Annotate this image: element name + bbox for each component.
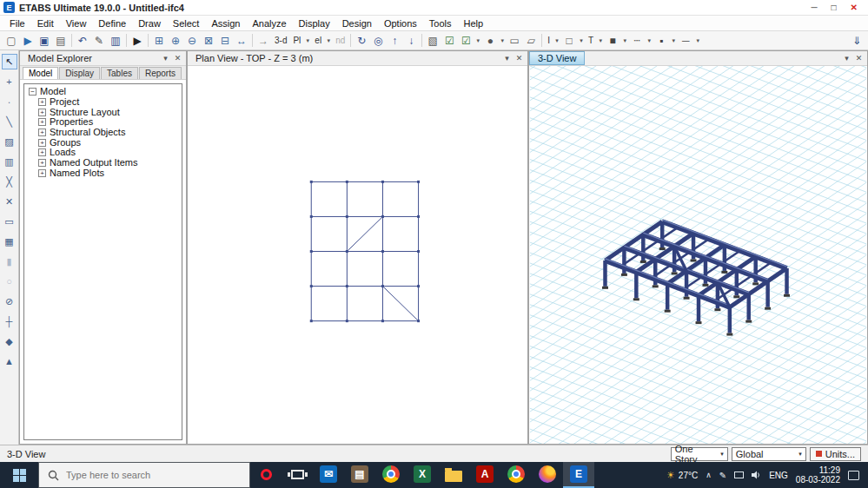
view-3d-canvas[interactable]: [529, 66, 867, 444]
explorer-tab-display[interactable]: Display: [59, 67, 100, 79]
firefox-icon[interactable]: [532, 462, 563, 488]
model-explorer-tab[interactable]: Model Explorer: [20, 52, 100, 64]
plan-view-dropdown-icon[interactable]: ▾: [502, 54, 512, 63]
joint-section-icon[interactable]: □: [561, 33, 577, 49]
line-style-icon-caret[interactable]: ▾: [694, 37, 701, 44]
dashed-line-icon[interactable]: ┄: [629, 33, 645, 49]
zoom-fit-icon[interactable]: ⊠: [201, 33, 216, 49]
tree-item-named-output-items[interactable]: +Named Output Items: [24, 158, 182, 168]
view-named-button[interactable]: nd: [333, 33, 348, 49]
pan-icon[interactable]: ↔: [234, 33, 249, 49]
menu-help[interactable]: Help: [458, 16, 490, 30]
perspective-icon[interactable]: ◎: [370, 33, 386, 49]
plumb-tool-icon[interactable]: ▲: [2, 353, 17, 369]
expand-icon[interactable]: +: [38, 118, 46, 126]
view-3d-tab[interactable]: 3-D View: [529, 51, 585, 65]
pen-edit-icon[interactable]: ✎: [91, 33, 107, 49]
menu-file[interactable]: File: [3, 16, 31, 30]
view-elevation-button-caret[interactable]: ▾: [325, 37, 332, 44]
move-story-up-icon[interactable]: ↑: [387, 33, 402, 49]
draw-dimension-icon[interactable]: ◆: [2, 333, 17, 349]
frame-section-button[interactable]: I: [545, 33, 553, 49]
view-3d-dropdown-icon[interactable]: ▾: [842, 54, 851, 63]
node-arrow-icon[interactable]: →: [255, 33, 271, 49]
chrome-profile-icon[interactable]: [500, 462, 532, 488]
point-style-icon[interactable]: ▪: [653, 33, 669, 49]
draw-floor-icon[interactable]: ▭: [2, 214, 17, 229]
select-pointer-icon[interactable]: ↖: [2, 54, 17, 69]
explorer-tab-model[interactable]: Model: [23, 67, 58, 79]
menu-display[interactable]: Display: [293, 16, 336, 30]
search-input[interactable]: [66, 470, 241, 480]
dashed-line-icon-caret[interactable]: ▾: [646, 37, 653, 44]
volume-icon[interactable]: [752, 471, 761, 479]
menu-edit[interactable]: Edit: [31, 16, 60, 30]
import-icon[interactable]: ⇓: [849, 33, 865, 49]
run-analysis-icon[interactable]: ▶: [129, 33, 145, 49]
plan-view-canvas[interactable]: [188, 66, 527, 444]
undo-icon[interactable]: ↶: [75, 33, 90, 49]
tree-item-loads[interactable]: +Loads: [24, 148, 182, 158]
area-section-icon-caret[interactable]: ▾: [621, 37, 628, 44]
explorer-tab-tables[interactable]: Tables: [101, 67, 138, 79]
tree-item-named-plots[interactable]: +Named Plots: [24, 168, 182, 179]
pen-input-icon[interactable]: ✎: [719, 471, 726, 480]
expand-icon[interactable]: +: [38, 159, 46, 167]
etabs-app-icon[interactable]: E: [563, 462, 594, 488]
rubber-band-select-icon[interactable]: ▭: [507, 33, 522, 49]
show-selection-icon[interactable]: ☑: [458, 33, 474, 49]
tree-item-groups[interactable]: +Groups: [24, 137, 182, 148]
tree-item-structure-layout[interactable]: +Structure Layout: [24, 107, 182, 117]
opera-icon[interactable]: [250, 462, 282, 488]
display-icon[interactable]: [734, 472, 744, 478]
collapse-icon[interactable]: −: [29, 88, 36, 96]
zoom-window-icon[interactable]: ⊞: [151, 33, 167, 49]
object-shrink-icon[interactable]: ▧: [425, 33, 441, 49]
expand-icon[interactable]: +: [38, 169, 46, 177]
tee-section-button-caret[interactable]: ▾: [597, 37, 604, 44]
menu-tools[interactable]: Tools: [423, 16, 458, 30]
reshape-icon[interactable]: +: [2, 74, 17, 89]
expand-icon[interactable]: +: [38, 109, 46, 116]
select-mode-icon-caret[interactable]: ▾: [499, 37, 506, 44]
zoom-out-icon[interactable]: ⊖: [184, 33, 200, 49]
point-style-icon-caret[interactable]: ▾: [670, 37, 677, 44]
archive-icon[interactable]: ▥: [108, 33, 123, 49]
zoom-in-icon[interactable]: ⊕: [168, 33, 183, 49]
expand-icon[interactable]: +: [38, 98, 46, 106]
menu-draw[interactable]: Draw: [132, 16, 167, 30]
show-selection-icon-caret[interactable]: ▾: [474, 37, 481, 44]
files-app-icon[interactable]: ▤: [344, 462, 375, 488]
view-elevation-button[interactable]: el: [312, 33, 324, 49]
area-section-icon[interactable]: ■: [605, 33, 620, 49]
tree-item-project[interactable]: +Project: [24, 97, 182, 108]
save-model-icon[interactable]: ▣: [36, 33, 52, 49]
start-button[interactable]: [0, 462, 38, 488]
zoom-previous-icon[interactable]: ⊟: [217, 33, 233, 49]
quick-draw-brace-icon[interactable]: ╳: [2, 174, 17, 189]
poly-select-icon[interactable]: ▱: [523, 33, 539, 49]
menu-define[interactable]: Define: [92, 16, 132, 30]
expand-icon[interactable]: +: [38, 148, 46, 156]
draw-wall-icon[interactable]: ▮: [2, 254, 17, 269]
explorer-dropdown-icon[interactable]: ▾: [161, 54, 170, 63]
move-story-down-icon[interactable]: ↓: [403, 33, 419, 49]
tree-item-properties[interactable]: +Properties: [24, 117, 182, 128]
task-view-icon[interactable]: [282, 462, 313, 488]
outlook-icon[interactable]: ✉: [313, 462, 344, 488]
draw-reference-point-icon[interactable]: ○: [2, 274, 17, 289]
expand-icon[interactable]: +: [38, 139, 46, 147]
menu-assign[interactable]: Assign: [205, 16, 246, 30]
acrobat-icon[interactable]: A: [469, 462, 500, 488]
draw-frame-icon[interactable]: ╲: [2, 114, 17, 129]
rotate-view-icon[interactable]: ↻: [354, 33, 369, 49]
taskbar-search[interactable]: [38, 462, 250, 488]
print-icon[interactable]: ▤: [53, 33, 69, 49]
view-3d-close-icon[interactable]: ✕: [854, 54, 864, 63]
maximize-button[interactable]: □: [832, 1, 837, 15]
new-model-icon[interactable]: ▢: [3, 33, 19, 49]
menu-design[interactable]: Design: [336, 16, 378, 30]
quick-draw-frame-icon[interactable]: ▨: [2, 134, 17, 149]
delete-object-icon[interactable]: ✕: [2, 194, 17, 209]
taskbar-clock[interactable]: 11:29 08-03-2022: [796, 465, 840, 485]
